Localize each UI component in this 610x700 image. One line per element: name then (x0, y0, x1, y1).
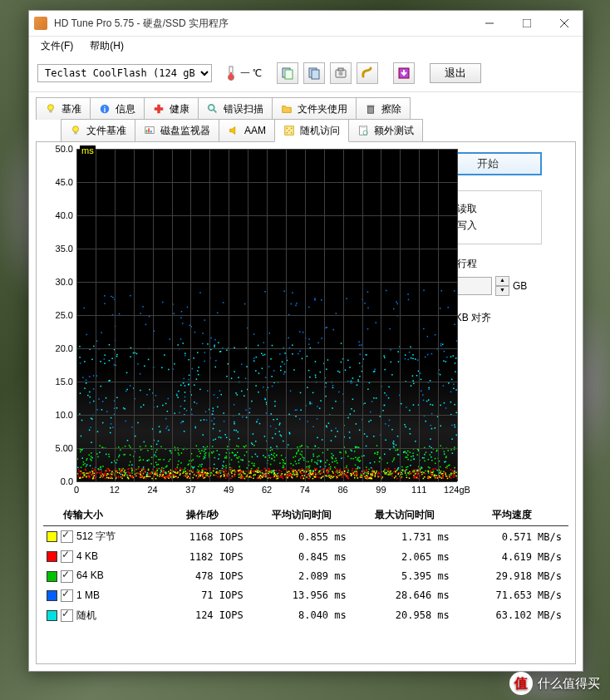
menu-help[interactable]: 帮助(H) (85, 37, 129, 55)
table-row: 随机124 IOPS8.040 ms20.958 ms63.102 MB/s (43, 605, 568, 626)
tab-随机访问[interactable]: 随机访问 (274, 119, 349, 142)
svg-rect-8 (285, 70, 293, 79)
app-window: HD Tune Pro 5.75 - 硬盘/SSD 实用程序 文件(F) 帮助(… (28, 10, 583, 672)
tab-基准[interactable]: 基准 (36, 97, 91, 120)
svg-rect-1 (523, 19, 531, 27)
svg-point-15 (48, 105, 54, 111)
svg-text:i: i (104, 106, 106, 114)
svg-point-34 (288, 130, 290, 131)
svg-rect-23 (368, 106, 374, 113)
speaker-icon (228, 125, 239, 136)
copy-screenshot-button[interactable] (303, 62, 325, 84)
svg-rect-24 (367, 106, 375, 107)
app-icon (34, 17, 47, 30)
stroke-spin-buttons[interactable]: ▲▼ (495, 276, 509, 296)
svg-rect-29 (148, 128, 150, 132)
clipboard-icon (357, 125, 369, 136)
lightbulb-icon (70, 125, 81, 136)
results-table: 传输大小操作/秒平均访问时间最大访问时间平均速度 512 字节1168 IOPS… (43, 505, 568, 626)
tab-错误扫描[interactable]: 错误扫描 (198, 97, 273, 120)
svg-point-36 (291, 132, 293, 134)
maximize-button[interactable] (508, 12, 545, 36)
tab-信息[interactable]: i信息 (90, 97, 145, 120)
info-icon: i (99, 103, 111, 115)
table-row: 4 KB1182 IOPS0.845 ms2.065 ms4.619 MB/s (43, 547, 568, 566)
monitor-icon (144, 125, 155, 136)
title-bar: HD Tune Pro 5.75 - 硬盘/SSD 实用程序 (29, 11, 583, 37)
exit-button[interactable]: 退出 (430, 63, 481, 83)
search-icon (207, 103, 219, 115)
chart-area: ms 0.05.0010.015.020.025.030.035.040.045… (43, 149, 424, 481)
svg-point-21 (209, 105, 214, 111)
tab-文件夹使用[interactable]: 文件夹使用 (272, 97, 357, 120)
table-row: 64 KB478 IOPS2.089 ms5.395 ms29.918 MB/s (43, 566, 568, 585)
tab-健康[interactable]: 健康 (144, 97, 199, 120)
tabs: 基准i信息健康错误扫描文件夹使用擦除 文件基准磁盘监视器AAM随机访问额外测试 (29, 92, 583, 141)
tab-content: ms 0.05.0010.015.020.025.030.035.040.045… (36, 141, 576, 664)
svg-point-35 (287, 132, 288, 134)
tab-磁盘监视器[interactable]: 磁盘监视器 (135, 119, 219, 141)
svg-rect-28 (146, 130, 148, 133)
svg-rect-38 (361, 126, 365, 128)
svg-point-32 (287, 128, 288, 130)
svg-rect-26 (74, 132, 77, 135)
svg-rect-30 (150, 131, 152, 133)
drive-select[interactable]: Teclast CoolFlash (124 gB) (37, 64, 212, 82)
tab-AAM[interactable]: AAM (219, 119, 275, 141)
close-button[interactable] (545, 12, 583, 36)
svg-point-25 (73, 126, 79, 132)
options-button[interactable] (357, 62, 378, 84)
row-checkbox[interactable] (61, 570, 73, 583)
plus-red-icon (153, 103, 165, 115)
x-axis: 01224374962748699111124gB (76, 485, 457, 500)
svg-point-33 (291, 128, 293, 130)
table-row: 1 MB71 IOPS13.956 ms28.646 ms71.653 MB/s (43, 586, 568, 605)
svg-rect-16 (49, 111, 52, 113)
save-button[interactable] (393, 62, 415, 84)
tab-额外测试[interactable]: 额外测试 (348, 119, 423, 141)
row-checkbox[interactable] (61, 609, 73, 622)
y-axis: 0.05.0010.015.020.025.030.035.040.045.05… (43, 149, 76, 481)
svg-point-12 (339, 71, 343, 76)
watermark: 值 什么值得买 (509, 672, 600, 695)
tab-擦除[interactable]: 擦除 (356, 97, 411, 120)
temperature-display: 一 ℃ (225, 66, 262, 81)
scatter-chart (76, 149, 457, 481)
menu-file[interactable]: 文件(F) (36, 37, 78, 55)
svg-rect-6 (230, 72, 232, 76)
trash-icon (365, 103, 376, 115)
row-checkbox[interactable] (61, 550, 73, 563)
svg-line-22 (214, 110, 217, 113)
lightbulb-icon (45, 103, 57, 115)
y-axis-unit: ms (80, 145, 96, 155)
random-icon (283, 125, 295, 136)
window-title: HD Tune Pro 5.75 - 硬盘/SSD 实用程序 (54, 17, 470, 31)
toolbar: Teclast CoolFlash (124 gB) 一 ℃ 退出 (29, 55, 583, 92)
watermark-icon: 值 (509, 672, 533, 695)
tab-文件基准[interactable]: 文件基准 (61, 119, 135, 141)
svg-rect-10 (312, 70, 319, 79)
save-screenshot-button[interactable] (330, 62, 352, 84)
menu-bar: 文件(F) 帮助(H) (29, 37, 583, 55)
row-checkbox[interactable] (61, 530, 73, 543)
row-checkbox[interactable] (61, 589, 73, 602)
table-row: 512 字节1168 IOPS0.855 ms1.731 ms0.571 MB/… (43, 526, 568, 548)
minimize-button[interactable] (470, 12, 508, 36)
thermometer-icon (225, 66, 237, 81)
svg-rect-20 (155, 107, 164, 111)
copy-info-button[interactable] (277, 62, 298, 84)
svg-rect-13 (338, 68, 343, 71)
folder-icon (281, 103, 293, 115)
